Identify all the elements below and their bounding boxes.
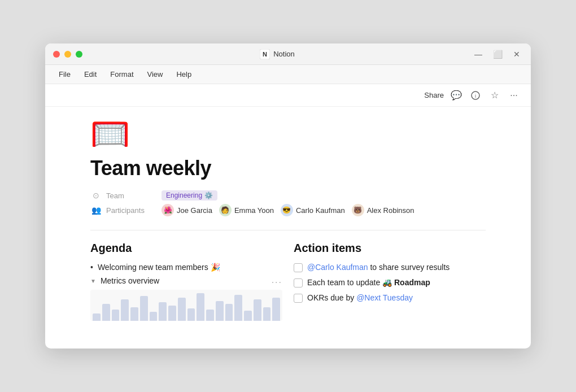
participant-name-carlo: Carlo Kaufman (296, 206, 345, 215)
toolbar: Share 💬 i ☆ ··· (45, 84, 531, 107)
action-item-1-rest: to share survey results (368, 263, 450, 272)
svg-text:N: N (263, 51, 267, 58)
chart-bar-9 (168, 306, 176, 321)
mention-carlo: @Carlo Kaufman (307, 263, 368, 272)
chart-bar-3 (112, 310, 120, 321)
participants-property-icon: 👥 (90, 206, 102, 215)
participant-3: 😎 Carlo Kaufman (281, 204, 345, 216)
menu-view[interactable]: View (142, 68, 169, 81)
participant-2: 🧑 Emma Yoon (219, 204, 274, 216)
checkbox-2[interactable] (294, 278, 303, 288)
comment-icon[interactable]: 💬 (450, 89, 463, 102)
action-item-2-prefix: Each team to update 🚜 (307, 278, 394, 287)
participants-list: 🌺 Joe Garcia 🧑 Emma Yoon 😎 Carlo Kaufman… (162, 204, 414, 216)
chart-bar-2 (102, 304, 110, 321)
content-divider (90, 230, 486, 230)
svg-text:i: i (475, 93, 476, 99)
participants-property: 👥 Participants 🌺 Joe Garcia 🧑 Emma Yoon … (90, 204, 486, 216)
chart-bar-4 (121, 299, 129, 321)
share-button[interactable]: Share (424, 91, 444, 99)
title-bar: N Notion — ⬜ ✕ (45, 43, 531, 65)
page-content: 🥅 Team weekly ⊙ Team Engineering ⚙️ 👥 Pa… (45, 107, 531, 349)
agenda-item-2: ▼ Metrics overview ··· (90, 276, 282, 285)
agenda-title: Agenda (90, 242, 282, 255)
checkbox-1[interactable] (294, 263, 303, 272)
team-tag: Engineering ⚙️ (162, 190, 217, 201)
chart-bars (90, 290, 282, 321)
chart-bar-12 (197, 293, 204, 321)
page-emoji: 🥅 (90, 118, 486, 150)
close-button[interactable] (53, 51, 60, 58)
app-title: Notion (273, 50, 295, 58)
agenda-item-1-text: Welcoming new team members 🎉 (98, 263, 220, 272)
chart-bar-18 (254, 299, 261, 321)
title-bar-center: N Notion (82, 49, 472, 59)
title-close-icon[interactable]: ✕ (510, 48, 523, 60)
title-maximize-icon[interactable]: ⬜ (491, 48, 504, 60)
action-items-title: Action items (294, 242, 486, 255)
agenda-section: Agenda • Welcoming new team members 🎉 ▼ … (90, 242, 282, 321)
agenda-item-1: • Welcoming new team members 🎉 (90, 263, 282, 272)
action-item-1-text: @Carlo Kaufman to share survey results (307, 263, 450, 272)
action-list: @Carlo Kaufman to share survey results E… (294, 263, 486, 303)
action-item-3-prefix: OKRs due by (307, 293, 356, 302)
toggle-icon[interactable]: ▼ (90, 278, 96, 284)
participant-name-emma: Emma Yoon (234, 206, 274, 215)
notion-logo-icon: N (260, 49, 270, 59)
chart-bar-11 (187, 308, 195, 321)
team-property-icon: ⊙ (90, 191, 102, 200)
chart-bar-19 (263, 307, 271, 321)
action-item-3: OKRs due by @Next Tuesday (294, 293, 486, 303)
agenda-list: • Welcoming new team members 🎉 ▼ Metrics… (90, 263, 282, 285)
participants-label: Participants (106, 206, 157, 215)
bullet-icon: • (90, 263, 93, 272)
roadmap-link[interactable]: Roadmap (394, 278, 430, 287)
action-items-section: Action items @Carlo Kaufman to share sur… (294, 242, 486, 321)
menu-file[interactable]: File (53, 68, 76, 81)
chart-bar-6 (140, 296, 148, 321)
participant-1: 🌺 Joe Garcia (162, 204, 212, 216)
avatar-joe: 🌺 (162, 204, 174, 216)
maximize-button[interactable] (76, 51, 82, 58)
action-item-1: @Carlo Kaufman to share survey results (294, 263, 486, 272)
team-tag-icon: ⚙️ (204, 191, 213, 199)
avatar-emma: 🧑 (219, 204, 232, 216)
action-item-3-text: OKRs due by @Next Tuesday (307, 293, 413, 302)
chart-bar-17 (244, 311, 252, 321)
app-window: N Notion — ⬜ ✕ File Edit Format View Hel… (45, 43, 531, 349)
menu-format[interactable]: Format (104, 68, 139, 81)
window-controls (53, 51, 82, 58)
participant-name-alex: Alex Robinson (367, 206, 414, 215)
participant-4: 🐻 Alex Robinson (352, 204, 414, 216)
info-icon[interactable]: i (469, 89, 482, 102)
chart-bar-14 (216, 301, 224, 321)
team-property: ⊙ Team Engineering ⚙️ (90, 190, 486, 201)
participant-name-joe: Joe Garcia (177, 206, 212, 215)
minimize-button[interactable] (64, 51, 71, 58)
chart-bar-1 (93, 313, 101, 321)
chart-bar-7 (150, 312, 158, 321)
chart-bar-16 (234, 295, 242, 321)
agenda-item-2-text: Metrics overview (101, 276, 159, 285)
chart-bar-10 (178, 298, 186, 321)
avatar-alex: 🐻 (352, 204, 364, 216)
checkbox-3[interactable] (294, 294, 303, 303)
chart-bar-15 (225, 304, 233, 321)
team-label: Team (106, 191, 157, 200)
action-item-2: Each team to update 🚜 Roadmap (294, 278, 486, 288)
menu-edit[interactable]: Edit (78, 68, 102, 81)
team-tag-text: Engineering (166, 191, 202, 199)
more-options-icon[interactable]: ··· (507, 89, 521, 102)
favorite-icon[interactable]: ☆ (488, 89, 501, 102)
chart-bar-5 (130, 307, 138, 321)
chart-bar-8 (159, 302, 167, 321)
metrics-chart (90, 290, 282, 321)
agenda-more-button[interactable]: ··· (272, 277, 282, 288)
title-minimize-icon[interactable]: — (472, 48, 485, 60)
avatar-carlo: 😎 (281, 204, 293, 216)
properties-section: ⊙ Team Engineering ⚙️ 👥 Participants 🌺 J… (90, 190, 486, 216)
menu-help[interactable]: Help (171, 68, 197, 81)
two-column-layout: Agenda • Welcoming new team members 🎉 ▼ … (90, 242, 486, 321)
menu-bar: File Edit Format View Help (45, 65, 531, 84)
title-bar-right: — ⬜ ✕ (472, 48, 523, 60)
